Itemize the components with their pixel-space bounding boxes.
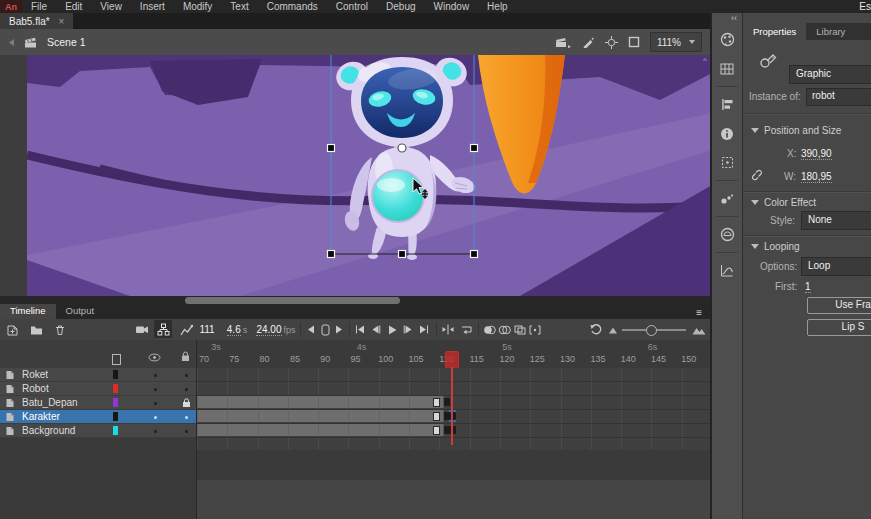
ruler-frame-number[interactable]: 100 bbox=[376, 354, 396, 364]
ruler-frame-number[interactable]: 95 bbox=[346, 354, 366, 364]
elapsed-time-field[interactable]: 4.6 s bbox=[224, 319, 250, 340]
new-layer-button[interactable] bbox=[2, 319, 22, 340]
ruler-frame-number[interactable]: 135 bbox=[588, 354, 608, 364]
new-folder-button[interactable] bbox=[26, 319, 46, 340]
layer-visibility-dot[interactable] bbox=[154, 374, 157, 377]
menu-insert[interactable]: Insert bbox=[131, 0, 174, 13]
delete-layer-button[interactable] bbox=[50, 319, 70, 340]
frames-area[interactable]: 7075808590951001051101151201251301351401… bbox=[197, 340, 710, 519]
stage-canvas[interactable]: ^ bbox=[0, 55, 712, 305]
document-tab[interactable]: Bab5.fla* × bbox=[0, 13, 73, 29]
ruler-frame-number[interactable]: 80 bbox=[255, 354, 275, 364]
ruler-frame-number[interactable]: 150 bbox=[679, 354, 699, 364]
zoom-control[interactable]: 111% bbox=[650, 32, 702, 52]
menu-modify[interactable]: Modify bbox=[174, 0, 221, 13]
menu-control[interactable]: Control bbox=[327, 0, 377, 13]
brush-library-panel-icon[interactable] bbox=[714, 186, 740, 211]
horizontal-scrollbar-thumb[interactable] bbox=[185, 297, 400, 304]
w-value[interactable]: 180,95 bbox=[801, 171, 832, 183]
modify-markers-button[interactable] bbox=[527, 319, 542, 340]
tab-output[interactable]: Output bbox=[56, 304, 105, 319]
keyframe-marker[interactable] bbox=[444, 398, 450, 406]
layer-row-batu_depan[interactable]: Batu_Depan bbox=[0, 396, 196, 410]
ruler-frame-number[interactable]: 120 bbox=[497, 354, 517, 364]
link-dimensions-icon[interactable] bbox=[750, 169, 764, 181]
tab-timeline[interactable]: Timeline bbox=[0, 304, 56, 319]
menu-file[interactable]: File bbox=[22, 0, 56, 13]
layer-visibility-dot[interactable] bbox=[154, 388, 157, 391]
menu-text[interactable]: Text bbox=[221, 0, 257, 13]
use-frame-picker-button[interactable]: Use Fra bbox=[807, 297, 871, 314]
motion-editor-panel-icon[interactable] bbox=[714, 258, 740, 283]
back-arrow-icon[interactable] bbox=[7, 38, 16, 47]
layer-color-swatch[interactable] bbox=[113, 398, 118, 407]
menu-commands[interactable]: Commands bbox=[258, 0, 327, 13]
color-effect-section-header[interactable]: Color Effect bbox=[751, 197, 816, 208]
first-frame-value[interactable]: 1 bbox=[805, 281, 811, 293]
step-back-one-button[interactable] bbox=[368, 319, 384, 340]
ruler-frame-number[interactable]: 105 bbox=[406, 354, 426, 364]
symbol-behavior-dropdown[interactable]: Graphic bbox=[789, 65, 871, 84]
layer-lock-dot[interactable] bbox=[185, 374, 188, 377]
center-stage-icon[interactable] bbox=[605, 36, 618, 49]
tab-library[interactable]: Library bbox=[806, 23, 855, 40]
edit-symbols-icon[interactable] bbox=[581, 36, 595, 48]
looping-section-header[interactable]: Looping bbox=[751, 241, 800, 252]
transform-panel-icon[interactable] bbox=[714, 150, 740, 175]
position-size-section-header[interactable]: Position and Size bbox=[751, 125, 841, 136]
layer-visibility-dot[interactable] bbox=[154, 416, 157, 419]
ruler-frame-number[interactable]: 145 bbox=[649, 354, 669, 364]
play-button[interactable] bbox=[384, 319, 400, 340]
zoom-out-frames-icon[interactable] bbox=[606, 319, 620, 340]
layer-visibility-dot[interactable] bbox=[154, 430, 157, 433]
onion-skin-outlines-button[interactable] bbox=[497, 319, 512, 340]
ruler-frame-number[interactable]: 140 bbox=[618, 354, 638, 364]
workspace-switcher[interactable]: Es bbox=[859, 0, 871, 13]
ruler-frame-number[interactable]: 70 bbox=[197, 354, 214, 364]
collapse-panels-icon[interactable]: ‹‹ bbox=[731, 13, 742, 25]
lip-syncing-button[interactable]: Lip S bbox=[807, 319, 871, 336]
x-value[interactable]: 390,90 bbox=[801, 148, 832, 160]
step-forward-icon[interactable] bbox=[332, 319, 346, 340]
layer-frames-karakter[interactable] bbox=[197, 410, 710, 424]
timeline-ruler[interactable]: 7075808590951001051101151201251301351401… bbox=[197, 340, 710, 369]
style-dropdown[interactable]: None bbox=[801, 211, 871, 230]
layer-color-swatch[interactable] bbox=[113, 412, 118, 421]
align-panel-icon[interactable] bbox=[714, 92, 740, 117]
reset-timeline-zoom-button[interactable] bbox=[588, 319, 604, 340]
layer-color-swatch[interactable] bbox=[113, 426, 118, 435]
layer-color-swatch[interactable] bbox=[113, 384, 118, 393]
layer-lock-icon[interactable] bbox=[182, 398, 191, 408]
keyframe-marker[interactable] bbox=[444, 426, 450, 434]
step-back-icon[interactable] bbox=[304, 319, 318, 340]
color-panel-icon[interactable] bbox=[714, 27, 740, 52]
outline-column-icon[interactable] bbox=[112, 354, 121, 365]
tab-properties[interactable]: Properties bbox=[743, 23, 806, 40]
onion-skin-button[interactable] bbox=[482, 319, 497, 340]
layer-frames-robot[interactable] bbox=[197, 382, 710, 396]
clip-content-icon[interactable] bbox=[628, 36, 640, 48]
ruler-frame-number[interactable]: 115 bbox=[467, 354, 487, 364]
menu-edit[interactable]: Edit bbox=[56, 0, 91, 13]
ruler-frame-number[interactable]: 85 bbox=[285, 354, 305, 364]
cc-libraries-panel-icon[interactable] bbox=[714, 222, 740, 247]
layer-row-karakter[interactable]: Karakter bbox=[0, 410, 196, 424]
frame-rate-field[interactable]: 24.00 fps bbox=[255, 319, 297, 340]
layer-frames-background[interactable] bbox=[197, 424, 710, 438]
layer-parenting-button[interactable] bbox=[154, 320, 172, 338]
step-forward-one-button[interactable] bbox=[400, 319, 416, 340]
panel-menu-icon[interactable]: ≡ bbox=[696, 307, 702, 319]
layer-visibility-dot[interactable] bbox=[154, 402, 157, 405]
layer-lock-dot[interactable] bbox=[185, 388, 188, 391]
layer-lock-dot[interactable] bbox=[185, 416, 188, 419]
ruler-frame-number[interactable]: 75 bbox=[224, 354, 244, 364]
current-frame-field[interactable]: 111 bbox=[198, 319, 216, 341]
layer-frames-batu_depan[interactable] bbox=[197, 396, 710, 410]
menu-help[interactable]: Help bbox=[478, 0, 517, 13]
edit-multiple-frames-button[interactable] bbox=[512, 319, 527, 340]
layer-frames-roket[interactable] bbox=[197, 368, 710, 382]
keyframe-marker[interactable] bbox=[444, 412, 450, 420]
edit-scene-icon[interactable] bbox=[555, 36, 571, 48]
horizontal-scrollbar[interactable] bbox=[0, 296, 712, 305]
instance-name-field[interactable]: robot bbox=[806, 88, 871, 106]
